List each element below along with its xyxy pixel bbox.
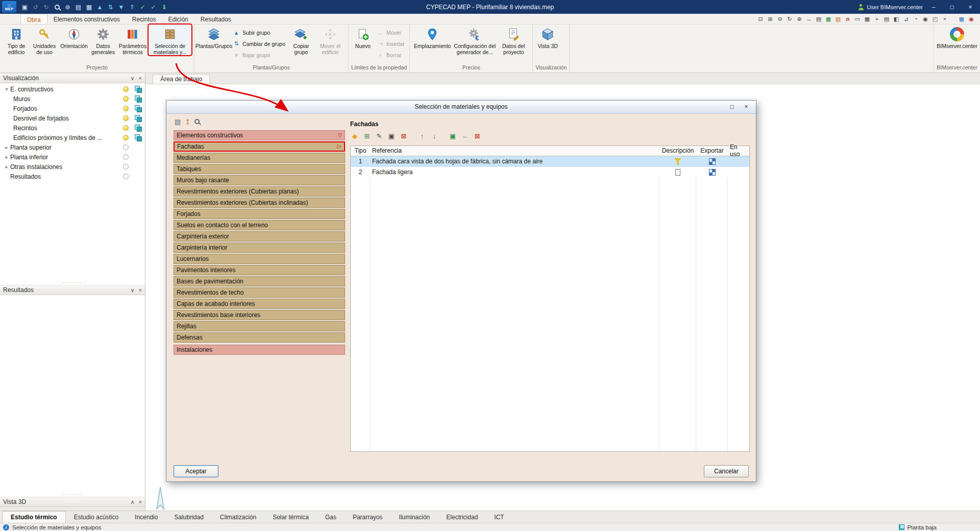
category-item[interactable]: Forjados [174, 209, 345, 219]
import-icon[interactable]: ← [460, 132, 470, 141]
unidades-uso-button[interactable]: Unidades de uso [30, 25, 59, 55]
current-plant-label[interactable]: Planta baja [907, 524, 937, 530]
tree-item-otras-instalaciones[interactable]: ▸ Otras instalaciones [0, 162, 145, 172]
move-down-icon[interactable]: ↓ [430, 132, 439, 141]
table-row[interactable]: 2 Fachada ligera [351, 167, 749, 178]
save-icon[interactable]: ▣ [20, 2, 30, 12]
print-icon[interactable]: ▤ [175, 118, 181, 126]
settings-icon[interactable]: ⊛ [63, 2, 72, 12]
dialog-titlebar[interactable]: Selección de materiales y equipos □ × [166, 101, 756, 114]
category-item[interactable]: Carpintería interior [174, 243, 345, 253]
tree-item-e-constructivos[interactable]: ▾ E. constructivos [0, 84, 145, 94]
close-panel-icon[interactable]: × [139, 499, 142, 505]
category-item[interactable]: Bases de pavimentación [174, 276, 345, 286]
visibility-bulb-icon[interactable] [123, 86, 129, 92]
undo-icon[interactable]: ↺ [31, 2, 40, 12]
category-item[interactable]: Suelos en contacto con el terreno [174, 220, 345, 230]
config-generador-button[interactable]: € Configuración del generador de... [452, 25, 497, 55]
categories-header[interactable]: Elementos constructivos ▽ [174, 130, 345, 140]
category-item[interactable]: Capas de acabado interiores [174, 299, 345, 309]
export-bim-icon[interactable] [709, 169, 716, 176]
tab-pararrayos[interactable]: Pararrayos [345, 511, 391, 523]
search-icon[interactable]: ⊕ [795, 15, 804, 23]
subir-grupo-button[interactable]: ▲ Subir grupo [233, 28, 285, 37]
zoom-out-icon[interactable]: ⊖ [775, 15, 785, 23]
filter-icon[interactable]: ▽ [338, 132, 342, 138]
add-icon[interactable]: ⊞ [362, 132, 372, 141]
nuevo-button[interactable]: Nuevo [351, 25, 375, 49]
group-swap-icon[interactable]: ⇅ [106, 2, 115, 12]
column-descripcion[interactable]: Descripción [659, 146, 696, 156]
pan-icon[interactable]: ↔ [804, 15, 814, 23]
tree-item-edificios-proximos[interactable]: Edificios próximos y límites de ... [0, 133, 145, 142]
panel-splitter[interactable] [0, 280, 145, 285]
export-enable-icon[interactable]: ▣ [448, 132, 457, 141]
print-icon[interactable]: ▤ [74, 2, 83, 12]
description-icon[interactable] [675, 158, 681, 164]
ole-icon[interactable]: n [843, 15, 852, 23]
chevron-right-icon[interactable]: ▸ [3, 144, 10, 150]
user-label[interactable]: User BIMserver.center [867, 4, 923, 10]
tab-climatizacion[interactable]: Climatización [212, 511, 264, 523]
tab-recintos[interactable]: Recintos [126, 14, 162, 24]
zoom-extents-icon[interactable]: ⊡ [756, 15, 765, 23]
sync-icon[interactable]: ⇑ [127, 2, 137, 12]
insertar-button[interactable]: ⇥ Insertar [377, 39, 405, 49]
category-item[interactable]: Revestimientos exteriores (Cubiertas pla… [174, 186, 345, 197]
window-icon[interactable]: ▭ [853, 15, 862, 23]
ruler-icon[interactable]: ⊿ [901, 15, 911, 23]
visibility-bulb-icon[interactable] [123, 144, 129, 150]
tab-estudio-acustico[interactable]: Estudio acústico [66, 511, 127, 523]
category-item[interactable]: Revestimientos exteriores (Cubiertas inc… [174, 198, 345, 208]
search-icon[interactable] [52, 2, 62, 12]
comment-icon[interactable]: ◰ [930, 15, 940, 23]
category-item[interactable]: Revestimientos de techo [174, 287, 345, 298]
category-item[interactable]: Muros bajo rasante [174, 175, 345, 185]
snap-icon[interactable]: + [872, 15, 881, 23]
tab-iluminacion[interactable]: Iluminación [391, 511, 438, 523]
bajar-grupo-button[interactable]: ▼ Bajar grupo [233, 50, 285, 60]
grid-icon[interactable]: ▦ [863, 15, 872, 23]
column-referencia[interactable]: Referencia [370, 146, 659, 156]
category-item[interactable]: Tabiques [174, 164, 345, 174]
tree-item-planta-inferior[interactable]: ▸ Planta inferior [0, 152, 145, 162]
export-remove-icon[interactable]: ⊠ [473, 132, 482, 141]
tab-estudio-termico[interactable]: Estudio térmico [2, 511, 66, 523]
copiar-grupo-button[interactable]: Copiar grupo [287, 25, 315, 55]
mover-button[interactable]: ↔ Mover [377, 28, 405, 37]
redo-icon[interactable]: ↻ [41, 2, 51, 12]
chevron-right-icon[interactable]: ▸ [3, 164, 10, 170]
collapse-panel-icon[interactable]: ∨ [131, 75, 135, 82]
search-icon[interactable] [194, 118, 200, 126]
category-item[interactable]: Lucernarios [174, 254, 345, 264]
category-item[interactable]: Defensas [174, 332, 345, 343]
tab-edicion[interactable]: Edición [162, 14, 194, 24]
layers-color-icon[interactable]: ▦ [957, 15, 966, 23]
zoom-window-icon[interactable]: ⊞ [766, 15, 775, 23]
export-bim-icon[interactable] [709, 158, 716, 165]
panel-vista3d-header[interactable]: Vista 3D ∧ × [0, 497, 145, 507]
chevron-right-icon[interactable]: ▸ [3, 154, 10, 160]
column-en-uso[interactable]: En uso [728, 146, 749, 156]
chevron-down-icon[interactable]: ▾ [3, 86, 10, 92]
tab-solar-termica[interactable]: Solar térmica [264, 511, 317, 523]
datos-proyecto-button[interactable]: Datos del proyecto [497, 25, 530, 55]
panel-splitter[interactable] [0, 492, 145, 497]
column-exportar[interactable]: Exportar [696, 146, 728, 156]
tab-salubridad[interactable]: Salubridad [166, 511, 211, 523]
delete-icon[interactable]: ⊠ [399, 132, 408, 141]
eye-icon[interactable]: ◉ [921, 15, 930, 23]
parametros-termicos-button[interactable]: Parámetros térmicos [117, 25, 149, 55]
panel-visualizacion-header[interactable]: Visualización ∨ × [0, 73, 145, 83]
orbit-icon[interactable]: ◔ [911, 15, 920, 23]
mover-edificio-button[interactable]: Mover el edificio [315, 25, 346, 55]
emplazamiento-button[interactable]: Emplazamiento [412, 25, 452, 49]
tab-incendio[interactable]: Incendio [127, 511, 166, 523]
layers-icon[interactable] [135, 105, 142, 112]
print-icon[interactable]: ▤ [814, 15, 823, 23]
visibility-bulb-icon[interactable] [123, 154, 129, 160]
description-doc-icon[interactable] [675, 169, 680, 176]
datos-generales-button[interactable]: Datos generales [89, 25, 117, 55]
group-up-icon[interactable]: ▲ [95, 2, 105, 12]
dialog-close-button[interactable]: × [742, 103, 751, 110]
